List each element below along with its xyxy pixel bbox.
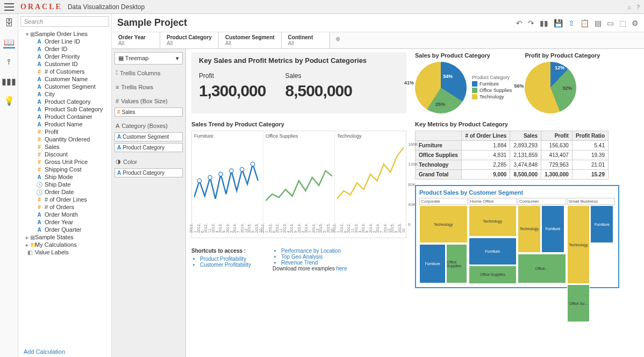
treemap-cell[interactable]: Technology (469, 205, 517, 237)
filter-pill[interactable]: Customer SegmentAll (219, 32, 282, 48)
svg-point-0 (197, 178, 201, 182)
tree-field[interactable]: #Shipping Cost (20, 166, 109, 173)
shortcut-link[interactable]: Performance by Location (281, 248, 341, 254)
analytics-icon[interactable]: ⫯ (3, 56, 15, 68)
tree-field[interactable]: ACustomer Segment (20, 83, 109, 90)
settings-icon[interactable]: ⚙ (632, 19, 639, 27)
tree-field[interactable]: AOrder Quarter (20, 226, 109, 233)
treemap-cell[interactable]: Furniture (469, 238, 517, 265)
search-input[interactable]: Search (20, 16, 109, 27)
layout-icon[interactable]: ▤ (595, 19, 602, 27)
category-chip-1[interactable]: ACustomer Segment (115, 132, 183, 141)
values-chip-sales[interactable]: #Sales (115, 108, 183, 117)
trellis-cols-shelf[interactable]: ⦙⦙Trellis Columns (115, 68, 183, 78)
redo-icon[interactable]: ↷ (528, 19, 534, 27)
values-shelf[interactable]: #Values (Box Size) (115, 96, 183, 106)
tree-field[interactable]: #Discount (20, 151, 109, 158)
filter-pill[interactable]: Order YearAll (112, 32, 160, 48)
tree-field[interactable]: #Quantity Ordered (20, 135, 109, 143)
treemap-cell[interactable]: Furniture (419, 244, 446, 283)
tree-extra[interactable]: ▸ ▦Sample States (20, 233, 109, 241)
tree-extra[interactable]: ◧Value Labels (20, 248, 109, 256)
save-icon[interactable]: 💾 (554, 19, 563, 27)
profit-pie-tile[interactable]: Profit by Product Category 12% 32% 56% (525, 52, 600, 113)
treemap-cell[interactable]: Office Supplies (469, 266, 517, 284)
filter-bar: Order YearAllProduct CategoryAllCustomer… (112, 32, 644, 49)
tree-field[interactable]: #Gross Unit Price (20, 158, 109, 166)
tree-field[interactable]: AProduct Category (20, 98, 109, 105)
metrics-table-tile[interactable]: Key Metrics by Product Category # of Ord… (415, 121, 609, 180)
metrics-title: Key Sales and Profit Metrics by Poduct C… (199, 56, 399, 65)
data-sources-icon[interactable]: 🗄 (3, 17, 15, 29)
shortcut-link[interactable]: Top Geo Analysis (281, 254, 323, 260)
shortcut-link[interactable]: Customer Profitability (200, 262, 251, 268)
trend-tile[interactable]: Sales Trend by Product Category Furnitur… (191, 121, 406, 288)
table-row[interactable]: Office Supplies4,8312,131,859413,40719.3… (416, 151, 609, 160)
tree-field[interactable]: 🕓Order Date (20, 188, 109, 196)
color-shelf[interactable]: ◑Color (115, 156, 183, 167)
tree-field[interactable]: ## of Orders (20, 203, 109, 211)
home-icon[interactable]: ⌂ (627, 4, 631, 10)
treemap-cell[interactable]: Furniture (590, 205, 613, 243)
add-calculation-link[interactable]: Add Calculation (18, 346, 111, 357)
tree-field[interactable]: ACustomer Name (20, 75, 109, 83)
tree-field[interactable]: #Profit (20, 128, 109, 135)
top-bar: ORACLE Data Visualization Desktop ⌂ ? (0, 0, 644, 14)
treemap-cell[interactable]: Technology (518, 205, 541, 253)
download-here-link[interactable]: here (336, 266, 347, 272)
tree-field[interactable]: ACity (20, 90, 109, 98)
menu-icon[interactable] (4, 3, 14, 11)
chart-icon[interactable]: ▮▮ (540, 19, 548, 27)
tree-field[interactable]: #Sales (20, 143, 109, 151)
table-row[interactable]: Grand Total9,0008,500,0001,300,00015.29 (416, 170, 609, 180)
tree-field[interactable]: AShip Mode (20, 173, 109, 181)
sales-pie-tile[interactable]: Sales by Product Category 34% 25% 41% Pr… (415, 52, 512, 113)
tree-field[interactable]: AOrder ID (20, 45, 109, 53)
metrics-tile[interactable]: Key Sales and Profit Metrics by Poduct C… (191, 52, 406, 113)
treemap-cell[interactable]: Office Supplies (446, 244, 467, 283)
visualizations-icon[interactable]: ▮▮▮ (3, 75, 15, 87)
table-row[interactable]: Furniture1,8842,893,293156,6305.41 (416, 141, 609, 151)
filter-pill[interactable]: ContinentAll (282, 32, 330, 48)
tree-field[interactable]: AProduct Container (20, 113, 109, 120)
tree-extra[interactable]: ▸ 📁My Calculations (20, 241, 109, 248)
color-chip[interactable]: AProduct Category (115, 168, 183, 177)
category-chip-2[interactable]: AProduct Category (115, 143, 183, 152)
shortcut-link[interactable]: Revenue Trend (281, 260, 318, 266)
tree-field[interactable]: ## of Customers (20, 68, 109, 75)
tree-field[interactable]: AOrder Line ID (20, 38, 109, 45)
treemap-cell[interactable]: Office Su... (567, 284, 590, 322)
share-icon[interactable]: ⇧ (568, 19, 575, 27)
present-icon[interactable]: ▭ (607, 19, 614, 27)
table-row[interactable]: Technology2,2853,474,848729,96321.01 (416, 160, 609, 170)
tree-root[interactable]: ▾ ▦Sample Order Lines (20, 30, 109, 38)
tree-field[interactable]: 🕓Ship Date (20, 181, 109, 188)
category-shelf[interactable]: ACategory (Boxes) (115, 121, 183, 131)
viz-type-dropdown[interactable]: ▦ Treemap▾ (115, 52, 183, 65)
config-panel: ▦ Treemap▾ ⦙⦙Trellis Columns ≡Trellis Ro… (112, 49, 186, 357)
pie-legend: Product Category Furniture Office Suppli… (472, 75, 512, 101)
copy-icon[interactable]: 📋 (580, 19, 589, 27)
shortcut-link[interactable]: Product Profitability (200, 256, 246, 262)
treemap-cell[interactable]: Office... (518, 254, 566, 283)
tree-field[interactable]: AProduct Sub Category (20, 105, 109, 113)
tree-field[interactable]: AOrder Month (20, 211, 109, 218)
tree-field[interactable]: ## of Order Lines (20, 196, 109, 203)
tree-field[interactable]: AOrder Year (20, 218, 109, 226)
treemap-cell[interactable]: Technology (419, 205, 468, 243)
filter-pill[interactable]: Product CategoryAll (160, 32, 219, 48)
trellis-rows-shelf[interactable]: ≡Trellis Rows (115, 82, 183, 92)
insights-icon[interactable]: 💡 (3, 95, 15, 106)
svg-point-5 (251, 162, 254, 166)
help-icon[interactable]: ? (636, 4, 640, 10)
treemap-cell[interactable]: Technology (567, 205, 590, 284)
add-filter-icon[interactable]: ⊕ (330, 32, 346, 48)
treemap-cell[interactable]: Furniture (541, 205, 564, 253)
treemap-tile[interactable]: Product Sales by Customer Segment Corpor… (415, 185, 619, 288)
canvas-icon[interactable]: ⬚ (619, 19, 626, 27)
tree-field[interactable]: ACustomer ID (20, 60, 109, 68)
tree-field[interactable]: AProduct Name (20, 120, 109, 128)
undo-icon[interactable]: ↶ (516, 19, 523, 27)
tree-field[interactable]: AOrder Priority (20, 53, 109, 60)
data-elements-icon[interactable]: 📖 (3, 37, 15, 48)
